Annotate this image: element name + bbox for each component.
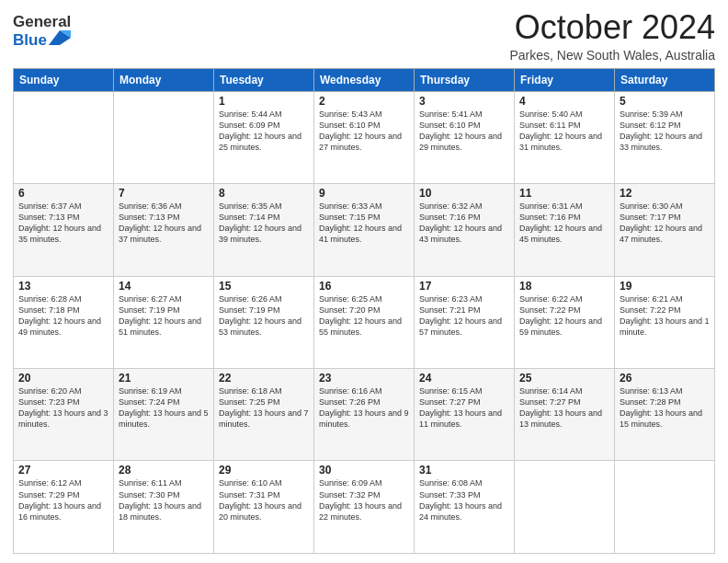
day-info: Sunrise: 6:33 AM Sunset: 7:15 PM Dayligh… [319, 201, 409, 246]
table-row: 18Sunrise: 6:22 AM Sunset: 7:22 PM Dayli… [515, 276, 615, 368]
title-month: October 2024 [509, 9, 715, 46]
calendar-week-row: 1Sunrise: 5:44 AM Sunset: 6:09 PM Daylig… [14, 91, 715, 183]
col-tuesday: Tuesday [214, 68, 314, 91]
table-row: 6Sunrise: 6:37 AM Sunset: 7:13 PM Daylig… [14, 184, 114, 276]
table-row: 23Sunrise: 6:16 AM Sunset: 7:26 PM Dayli… [314, 369, 415, 461]
day-info: Sunrise: 6:27 AM Sunset: 7:19 PM Dayligh… [119, 293, 209, 339]
table-row: 11Sunrise: 6:31 AM Sunset: 7:16 PM Dayli… [515, 184, 615, 276]
table-row: 3Sunrise: 5:41 AM Sunset: 6:10 PM Daylig… [415, 91, 515, 183]
day-info: Sunrise: 5:41 AM Sunset: 6:10 PM Dayligh… [419, 109, 509, 154]
day-number: 30 [319, 464, 409, 477]
logo-blue: Blue [13, 31, 47, 50]
calendar-week-row: 6Sunrise: 6:37 AM Sunset: 7:13 PM Daylig… [14, 184, 715, 276]
calendar-table: Sunday Monday Tuesday Wednesday Thursday… [13, 68, 715, 554]
day-info: Sunrise: 6:30 AM Sunset: 7:17 PM Dayligh… [620, 201, 710, 246]
day-info: Sunrise: 6:20 AM Sunset: 7:23 PM Dayligh… [18, 385, 108, 431]
day-info: Sunrise: 6:37 AM Sunset: 7:13 PM Dayligh… [18, 201, 108, 246]
table-row: 13Sunrise: 6:28 AM Sunset: 7:18 PM Dayli… [14, 276, 114, 368]
day-number: 22 [219, 372, 309, 385]
col-monday: Monday [114, 68, 214, 91]
table-row: 20Sunrise: 6:20 AM Sunset: 7:23 PM Dayli… [14, 369, 114, 461]
title-area: October 2024 Parkes, New South Wales, Au… [509, 9, 715, 63]
day-info: Sunrise: 6:09 AM Sunset: 7:32 PM Dayligh… [319, 477, 409, 523]
table-row: 10Sunrise: 6:32 AM Sunset: 7:16 PM Dayli… [415, 184, 515, 276]
table-row: 15Sunrise: 6:26 AM Sunset: 7:19 PM Dayli… [214, 276, 314, 368]
day-number: 19 [620, 280, 710, 293]
day-number: 13 [18, 280, 108, 293]
day-number: 9 [319, 187, 409, 200]
day-info: Sunrise: 5:40 AM Sunset: 6:11 PM Dayligh… [519, 109, 609, 154]
day-info: Sunrise: 6:10 AM Sunset: 7:31 PM Dayligh… [219, 477, 309, 523]
day-info: Sunrise: 6:08 AM Sunset: 7:33 PM Dayligh… [419, 477, 509, 523]
day-number: 24 [419, 372, 509, 385]
table-row: 24Sunrise: 6:15 AM Sunset: 7:27 PM Dayli… [415, 369, 515, 461]
page: General Blue October 2024 Parkes, New So… [0, 0, 728, 563]
day-number: 3 [419, 95, 509, 108]
day-number: 12 [620, 187, 710, 200]
col-thursday: Thursday [415, 68, 515, 91]
day-info: Sunrise: 6:26 AM Sunset: 7:19 PM Dayligh… [219, 293, 309, 339]
day-number: 8 [219, 187, 309, 200]
day-info: Sunrise: 6:13 AM Sunset: 7:28 PM Dayligh… [620, 385, 710, 431]
table-row: 17Sunrise: 6:23 AM Sunset: 7:21 PM Dayli… [415, 276, 515, 368]
day-info: Sunrise: 6:11 AM Sunset: 7:30 PM Dayligh… [119, 477, 209, 523]
day-info: Sunrise: 6:32 AM Sunset: 7:16 PM Dayligh… [419, 201, 509, 246]
day-info: Sunrise: 5:39 AM Sunset: 6:12 PM Dayligh… [620, 109, 710, 154]
title-location: Parkes, New South Wales, Australia [509, 48, 715, 63]
day-info: Sunrise: 6:21 AM Sunset: 7:22 PM Dayligh… [620, 293, 710, 339]
table-row: 16Sunrise: 6:25 AM Sunset: 7:20 PM Dayli… [314, 276, 415, 368]
day-number: 28 [119, 464, 209, 477]
calendar-week-row: 13Sunrise: 6:28 AM Sunset: 7:18 PM Dayli… [14, 276, 715, 368]
calendar-week-row: 27Sunrise: 6:12 AM Sunset: 7:29 PM Dayli… [14, 461, 715, 554]
table-row: 7Sunrise: 6:36 AM Sunset: 7:13 PM Daylig… [114, 184, 214, 276]
day-info: Sunrise: 6:16 AM Sunset: 7:26 PM Dayligh… [319, 385, 409, 431]
day-number: 15 [219, 280, 309, 293]
day-info: Sunrise: 6:25 AM Sunset: 7:20 PM Dayligh… [319, 293, 409, 339]
day-info: Sunrise: 6:36 AM Sunset: 7:13 PM Dayligh… [119, 201, 209, 246]
table-row: 25Sunrise: 6:14 AM Sunset: 7:27 PM Dayli… [515, 369, 615, 461]
day-number: 10 [419, 187, 509, 200]
table-row: 14Sunrise: 6:27 AM Sunset: 7:19 PM Dayli… [114, 276, 214, 368]
day-info: Sunrise: 6:23 AM Sunset: 7:21 PM Dayligh… [419, 293, 509, 339]
table-row: 27Sunrise: 6:12 AM Sunset: 7:29 PM Dayli… [14, 461, 114, 554]
day-number: 2 [319, 95, 409, 108]
table-row: 9Sunrise: 6:33 AM Sunset: 7:15 PM Daylig… [314, 184, 415, 276]
table-row [14, 91, 114, 183]
day-number: 26 [620, 372, 710, 385]
header: General Blue October 2024 Parkes, New So… [13, 9, 715, 63]
table-row: 26Sunrise: 6:13 AM Sunset: 7:28 PM Dayli… [615, 369, 715, 461]
day-number: 17 [419, 280, 509, 293]
table-row [615, 461, 715, 554]
col-saturday: Saturday [615, 68, 715, 91]
day-info: Sunrise: 6:14 AM Sunset: 7:27 PM Dayligh… [519, 385, 609, 431]
day-number: 21 [119, 372, 209, 385]
table-row: 21Sunrise: 6:19 AM Sunset: 7:24 PM Dayli… [114, 369, 214, 461]
table-row: 12Sunrise: 6:30 AM Sunset: 7:17 PM Dayli… [615, 184, 715, 276]
day-info: Sunrise: 6:12 AM Sunset: 7:29 PM Dayligh… [18, 477, 108, 523]
day-info: Sunrise: 6:35 AM Sunset: 7:14 PM Dayligh… [219, 201, 309, 246]
table-row: 19Sunrise: 6:21 AM Sunset: 7:22 PM Dayli… [615, 276, 715, 368]
day-info: Sunrise: 6:31 AM Sunset: 7:16 PM Dayligh… [519, 201, 609, 246]
logo: General Blue [13, 13, 71, 49]
table-row: 29Sunrise: 6:10 AM Sunset: 7:31 PM Dayli… [214, 461, 314, 554]
table-row: 22Sunrise: 6:18 AM Sunset: 7:25 PM Dayli… [214, 369, 314, 461]
day-number: 20 [18, 372, 108, 385]
day-number: 23 [319, 372, 409, 385]
day-number: 16 [319, 280, 409, 293]
table-row: 28Sunrise: 6:11 AM Sunset: 7:30 PM Dayli… [114, 461, 214, 554]
day-info: Sunrise: 5:44 AM Sunset: 6:09 PM Dayligh… [219, 109, 309, 154]
day-number: 11 [519, 187, 609, 200]
day-number: 1 [219, 95, 309, 108]
table-row: 2Sunrise: 5:43 AM Sunset: 6:10 PM Daylig… [314, 91, 415, 183]
col-sunday: Sunday [14, 68, 114, 91]
day-number: 7 [119, 187, 209, 200]
day-number: 6 [18, 187, 108, 200]
day-number: 4 [519, 95, 609, 108]
day-info: Sunrise: 6:18 AM Sunset: 7:25 PM Dayligh… [219, 385, 309, 431]
day-info: Sunrise: 6:19 AM Sunset: 7:24 PM Dayligh… [119, 385, 209, 431]
day-info: Sunrise: 5:43 AM Sunset: 6:10 PM Dayligh… [319, 109, 409, 154]
day-number: 31 [419, 464, 509, 477]
day-number: 5 [620, 95, 710, 108]
table-row: 5Sunrise: 5:39 AM Sunset: 6:12 PM Daylig… [615, 91, 715, 183]
day-number: 27 [18, 464, 108, 477]
